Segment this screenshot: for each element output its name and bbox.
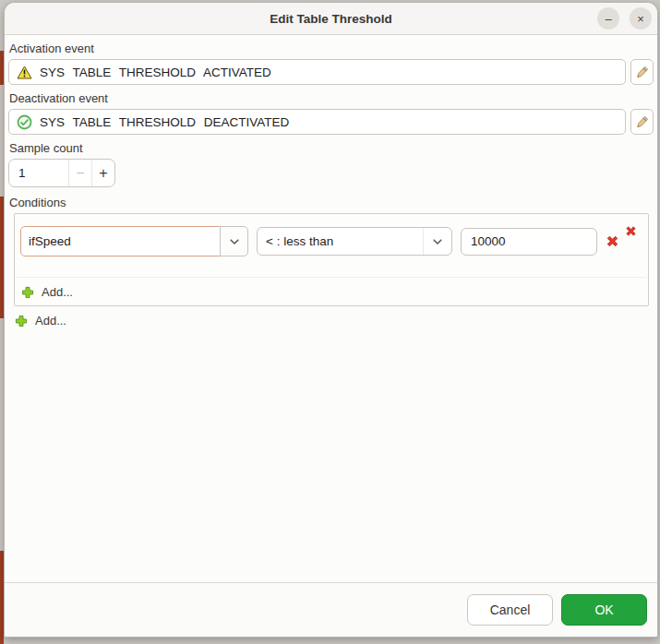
- close-button[interactable]: ×: [630, 7, 652, 30]
- activation-event-field[interactable]: SYS TABLE THRESHOLD ACTIVATED: [8, 59, 626, 85]
- pencil-icon: [635, 114, 650, 129]
- add-condition-label: Add...: [42, 285, 73, 299]
- conditions-label: Conditions: [9, 196, 657, 209]
- edit-activation-event-button[interactable]: [630, 59, 654, 85]
- activation-event-label: Activation event: [9, 42, 657, 55]
- plus-icon: [15, 315, 28, 328]
- action-bar: Cancel OK: [5, 582, 657, 637]
- delete-group-button[interactable]: [622, 222, 639, 239]
- divider: [17, 277, 646, 278]
- increment-button[interactable]: +: [91, 160, 114, 186]
- edit-deactivation-event-button[interactable]: [630, 109, 654, 135]
- plus-icon: [21, 286, 34, 299]
- delete-condition-button[interactable]: [604, 233, 620, 250]
- deactivation-event-value: SYS TABLE THRESHOLD DEACTIVATED: [40, 115, 289, 129]
- chevron-down-icon: [228, 235, 241, 248]
- decrement-button[interactable]: −: [68, 160, 91, 186]
- add-group-label: Add...: [35, 314, 66, 328]
- dialog-content: Activation event SYS TABLE THRESHOLD ACT…: [5, 35, 657, 582]
- dialog-title: Edit Table Threshold: [270, 12, 392, 26]
- minimize-icon: –: [605, 13, 611, 25]
- ok-button[interactable]: OK: [561, 594, 647, 626]
- pencil-icon: [635, 65, 650, 79]
- sample-count-input[interactable]: [9, 160, 68, 186]
- threshold-value-input[interactable]: [461, 228, 597, 256]
- edit-table-threshold-dialog: Edit Table Threshold – × Activation even…: [4, 2, 658, 638]
- add-condition-link[interactable]: Add...: [21, 285, 78, 299]
- close-icon: ×: [637, 13, 644, 25]
- sample-count-label: Sample count: [9, 141, 657, 155]
- variable-input[interactable]: [20, 226, 221, 256]
- sample-count-stepper: − +: [8, 159, 115, 187]
- delete-icon: [624, 224, 638, 238]
- check-circle-icon: [17, 114, 32, 130]
- activation-event-value: SYS TABLE THRESHOLD ACTIVATED: [40, 66, 271, 79]
- cancel-button[interactable]: Cancel: [467, 594, 553, 626]
- chevron-down-icon: [423, 228, 451, 255]
- add-group-link[interactable]: Add...: [15, 314, 72, 328]
- conditions-group-panel: < : less than: [14, 213, 649, 306]
- operator-value: < : less than: [258, 234, 423, 248]
- variable-dropdown-button[interactable]: [220, 226, 248, 256]
- deactivation-event-field[interactable]: SYS TABLE THRESHOLD DEACTIVATED: [8, 109, 626, 135]
- operator-combo[interactable]: < : less than: [257, 227, 452, 256]
- minimize-button[interactable]: –: [597, 7, 619, 30]
- variable-combo: [20, 226, 248, 256]
- condition-row: < : less than: [20, 226, 648, 256]
- titlebar[interactable]: Edit Table Threshold – ×: [5, 3, 657, 35]
- warning-icon: [17, 66, 32, 79]
- delete-icon: [605, 233, 620, 249]
- deactivation-event-label: Deactivation event: [9, 91, 657, 105]
